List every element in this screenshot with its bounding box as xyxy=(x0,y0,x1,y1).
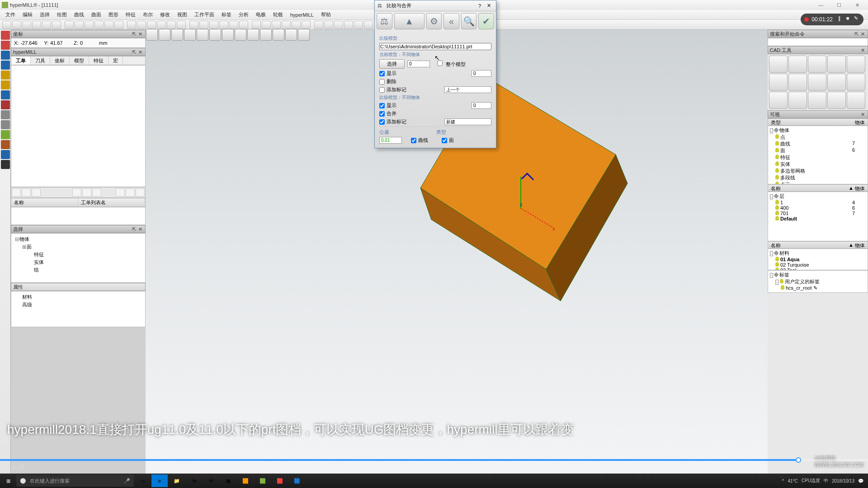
tree-item[interactable]: 4006 xyxy=(769,205,867,211)
app-icon[interactable]: 🟩 xyxy=(255,474,271,487)
maximize-button[interactable]: ☐ xyxy=(830,2,848,8)
tolerance-input[interactable] xyxy=(379,137,402,144)
toolbar-button[interactable] xyxy=(127,21,136,29)
toolbar-button[interactable] xyxy=(324,21,333,29)
toolbar-button[interactable] xyxy=(334,21,343,29)
dialog-titlebar[interactable]: ⚖ 比较与合并 ? ✕ xyxy=(375,0,496,11)
tag-tree[interactable]: - 标签- 用户定义的标签hcs_cr_root ✎ xyxy=(768,270,868,293)
cad-tool-button[interactable] xyxy=(788,74,807,91)
select-panel-header[interactable]: 选择 ⇱ ✕ xyxy=(11,225,146,233)
col-name[interactable]: 名称 xyxy=(11,198,78,206)
tab-工单[interactable]: 工单 xyxy=(11,56,31,65)
jobtool-btn[interactable] xyxy=(72,188,81,197)
tree-item[interactable]: 02 Turquoise xyxy=(769,262,867,267)
tree-item[interactable]: 14 xyxy=(769,200,867,205)
cad-tool-button[interactable] xyxy=(847,92,865,109)
tree-item[interactable]: 实体 xyxy=(13,258,143,266)
toolbar-button[interactable] xyxy=(199,21,208,29)
col-obj[interactable]: 物体 xyxy=(852,119,868,125)
name-tree[interactable]: - 层1440067017Default xyxy=(768,192,868,241)
toolbar-button[interactable] xyxy=(137,21,146,29)
dialog-help-button[interactable]: ? xyxy=(475,3,484,9)
menu-曲线[interactable]: 曲线 xyxy=(71,11,88,18)
face-checkbox[interactable] xyxy=(442,138,447,143)
file-path-input[interactable] xyxy=(379,43,491,50)
left-tool-button[interactable] xyxy=(1,140,10,149)
record-stop-button[interactable]: ■ xyxy=(844,15,852,23)
left-tool-button[interactable] xyxy=(1,51,10,60)
addtag2-value-input[interactable] xyxy=(444,118,491,125)
toolbar-button[interactable] xyxy=(94,21,104,29)
tree-item[interactable]: 曲线7 xyxy=(769,141,867,147)
cad-tool-button[interactable] xyxy=(847,56,865,73)
store-icon[interactable]: 🛍 xyxy=(186,474,202,487)
taskbar-search[interactable]: ⚪ 在此键入进行搜索 🎤 xyxy=(16,475,134,487)
app-icon[interactable]: 🟧 xyxy=(237,474,254,487)
cad-tool-button[interactable] xyxy=(827,56,846,73)
tree-item[interactable]: - 层 xyxy=(769,193,867,200)
command-search-input[interactable] xyxy=(768,38,868,46)
minimize-button[interactable]: — xyxy=(812,2,830,8)
cad-tool-button[interactable] xyxy=(788,92,807,109)
panel-close-icon[interactable]: ✕ xyxy=(137,31,143,37)
left-tool-button[interactable] xyxy=(1,160,10,169)
pointer-icon[interactable]: ▲ xyxy=(394,13,425,29)
tree-item[interactable]: ⊞面 xyxy=(13,243,143,251)
cad-tool-button[interactable] xyxy=(769,56,788,73)
tray-notification-icon[interactable]: 💬 xyxy=(858,479,863,483)
jobtool-btn[interactable] xyxy=(82,188,91,197)
menu-图形[interactable]: 图形 xyxy=(105,11,122,18)
toolbar-button[interactable] xyxy=(177,21,186,29)
select-button[interactable]: 选择 xyxy=(379,59,405,69)
panel-close-icon[interactable]: ✕ xyxy=(859,47,866,53)
coord-z-value[interactable]: 0 xyxy=(80,40,97,46)
toolbar-button[interactable] xyxy=(104,21,113,29)
taskview-icon[interactable]: ▭ xyxy=(134,474,151,487)
prop-panel-header[interactable]: 属性 xyxy=(11,283,146,291)
panel-pin-icon[interactable]: ⇱ xyxy=(131,31,137,37)
edge-icon[interactable]: e xyxy=(151,474,168,487)
tab-刀具[interactable]: 刀具 xyxy=(31,56,50,65)
jobtool-btn[interactable] xyxy=(22,188,31,197)
jobtool-btn[interactable] xyxy=(126,188,135,197)
tree-item[interactable]: - 物体 xyxy=(769,127,867,134)
tree-item[interactable]: ⊟物体 xyxy=(13,235,143,243)
tree-item[interactable]: 特征 xyxy=(13,251,143,258)
menu-编辑[interactable]: 编辑 xyxy=(19,11,36,18)
col-name[interactable]: 名称 xyxy=(768,185,846,191)
close-button[interactable]: ✕ xyxy=(848,2,866,8)
menu-标签[interactable]: 标签 xyxy=(218,11,235,18)
video-scrubber[interactable] xyxy=(0,459,868,461)
back-icon[interactable]: « xyxy=(443,13,459,29)
gear-icon[interactable]: ⚙ xyxy=(426,13,442,29)
toolbar-button[interactable] xyxy=(189,21,198,29)
toolbar-button[interactable] xyxy=(262,21,271,29)
app-icon[interactable]: 🟦 xyxy=(289,474,305,487)
left-tool-button[interactable] xyxy=(1,41,10,50)
left-tool-button[interactable] xyxy=(1,130,10,139)
col-joblist[interactable]: 工单列表名 xyxy=(78,198,145,206)
toolbar-button[interactable] xyxy=(52,21,61,29)
menu-帮助[interactable]: 帮助 xyxy=(317,11,335,18)
toolbar-button[interactable] xyxy=(314,21,323,29)
toolbar-button[interactable] xyxy=(292,21,301,29)
toolbar-button[interactable] xyxy=(252,21,261,29)
tab-模型[interactable]: 模型 xyxy=(70,56,89,65)
tree-item[interactable]: - 材料 xyxy=(769,250,867,257)
left-tool-button[interactable] xyxy=(1,110,10,119)
tray-ime-icon[interactable]: 中 xyxy=(824,478,828,484)
addtag-value-input[interactable] xyxy=(444,86,491,93)
toolbar-button[interactable] xyxy=(302,21,311,29)
addtag-checkbox[interactable] xyxy=(379,87,385,93)
tree-item[interactable]: 面6 xyxy=(769,147,867,154)
tree-item[interactable]: - 标签 xyxy=(769,272,867,278)
show2-value-input[interactable] xyxy=(472,102,491,109)
merge-checkbox[interactable] xyxy=(379,111,385,117)
col-obj[interactable]: 物体 xyxy=(852,185,868,191)
toolbar-button[interactable] xyxy=(114,21,123,29)
tree-item[interactable]: 材料 xyxy=(13,293,143,301)
toolbar-button[interactable] xyxy=(147,21,156,29)
cad-tool-button[interactable] xyxy=(827,74,846,91)
menu-工作平面[interactable]: 工作平面 xyxy=(191,11,218,18)
tab-特征[interactable]: 特征 xyxy=(89,56,108,65)
